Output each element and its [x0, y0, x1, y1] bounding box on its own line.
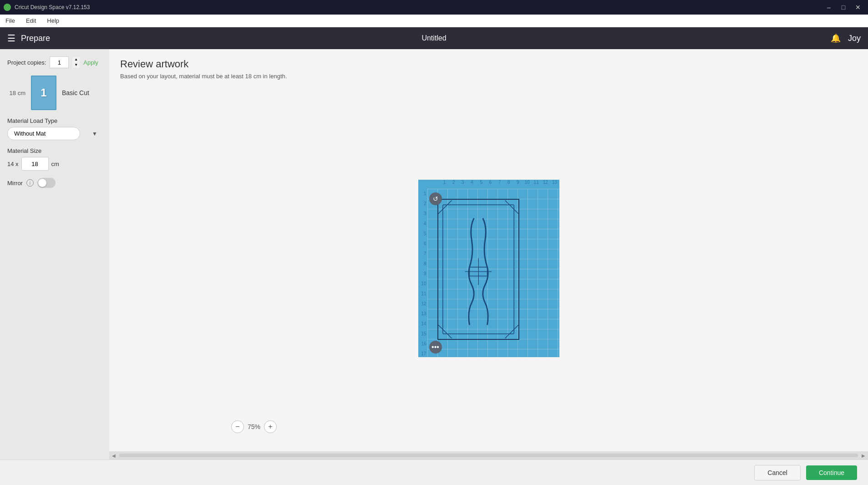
close-button[interactable]: ✕	[852, 3, 864, 12]
title-bar: Cricut Design Space v7.12.153 – □ ✕	[0, 0, 868, 15]
material-cut-label: Basic Cut	[62, 89, 89, 96]
grid-num-7: 7	[495, 180, 504, 189]
grid-num-10: 10	[523, 180, 532, 189]
cut-area-border	[437, 199, 519, 340]
copies-input-wrap	[50, 56, 69, 68]
minimize-button[interactable]: –	[822, 3, 835, 12]
grid-num-9: 9	[513, 180, 523, 189]
cancel-button[interactable]: Cancel	[754, 465, 801, 480]
app-logo	[4, 4, 11, 11]
material-thumbnail[interactable]: 1	[31, 76, 56, 110]
copies-decrement[interactable]: ▼	[72, 62, 80, 68]
material-load-dropdown-wrap: Without Mat With Mat ▼	[7, 127, 102, 140]
rotate-handle[interactable]: ↺	[429, 192, 442, 205]
zoom-out-button[interactable]: −	[231, 420, 244, 433]
app-title: Cricut Design Space v7.12.153	[15, 4, 819, 10]
grid-num-13: 13	[550, 180, 559, 189]
header-prepare-label: Prepare	[21, 34, 50, 43]
canvas-area: 1 2 3 4 5 6 7 8 9 10 11 12 13	[109, 85, 868, 451]
dropdown-chevron-icon: ▼	[92, 131, 97, 137]
grid-num-8: 8	[504, 180, 513, 189]
grid-num-1: 1	[440, 180, 449, 189]
bottom-bar: Cancel Continue	[0, 460, 868, 485]
left-panel: Project copies: ▲ ▼ Apply 18 cm 1 Basic …	[0, 49, 109, 460]
size-height-input[interactable]	[21, 157, 49, 171]
svg-line-3	[505, 325, 518, 338]
continue-button[interactable]: Continue	[806, 465, 857, 480]
project-copies-row: Project copies: ▲ ▼ Apply	[7, 56, 102, 68]
review-subtitle: Based on your layout, material must be a…	[120, 73, 857, 80]
svg-line-1	[505, 200, 518, 213]
grid-num-6: 6	[486, 180, 495, 189]
toggle-knob	[38, 179, 46, 187]
grid-numbers-top: 1 2 3 4 5 6 7 8 9 10 11 12 13	[429, 180, 559, 189]
menu-file[interactable]: File	[4, 16, 17, 25]
mirror-label: Mirror	[7, 180, 23, 187]
mirror-row: Mirror i	[7, 178, 102, 188]
material-size-row: 14 x cm	[7, 157, 102, 171]
bell-icon[interactable]: 🔔	[831, 33, 841, 43]
scroll-right-arrow[interactable]: ▶	[860, 453, 867, 458]
grid-canvas: 1 2 3 4 5 6 7 8 9 10 11 12 13	[418, 180, 559, 357]
maximize-button[interactable]: □	[837, 3, 850, 12]
scroll-track[interactable]	[119, 454, 858, 457]
material-number: 1	[41, 86, 46, 99]
copies-increment[interactable]: ▲	[72, 57, 80, 62]
grid-num-4: 4	[467, 180, 477, 189]
more-options-handle[interactable]: •••	[429, 341, 442, 354]
right-content: Review artwork Based on your layout, mat…	[109, 49, 868, 460]
hamburger-icon[interactable]: ☰	[7, 33, 15, 44]
size-cm-label: cm	[51, 161, 59, 167]
header-title: Untitled	[421, 34, 446, 42]
grid-num-12: 12	[541, 180, 550, 189]
size-width-label: 14 x	[7, 161, 19, 167]
grid-num-3: 3	[458, 180, 467, 189]
grid-num-5: 5	[477, 180, 486, 189]
menu-help[interactable]: Help	[45, 16, 61, 25]
horizontal-scrollbar[interactable]: ◀ ▶	[109, 451, 868, 460]
grid-inner: 1 2 3 4 5 6 7 8 9 10 11 12 13 14	[427, 189, 559, 357]
main-content: Project copies: ▲ ▼ Apply 18 cm 1 Basic …	[0, 49, 868, 460]
menu-edit[interactable]: Edit	[24, 16, 38, 25]
material-item: 18 cm 1 Basic Cut	[7, 76, 102, 110]
grid-num-2: 2	[449, 180, 458, 189]
zoom-controls: − 75% +	[231, 420, 277, 433]
window-controls: – □ ✕	[822, 3, 864, 12]
material-load-select[interactable]: Without Mat With Mat	[7, 127, 80, 140]
copies-input[interactable]	[50, 57, 68, 68]
grid-num-11: 11	[532, 180, 541, 189]
material-load-section: Material Load Type Without Mat With Mat …	[7, 117, 102, 140]
review-header: Review artwork Based on your layout, mat…	[109, 49, 868, 85]
project-copies-label: Project copies:	[7, 59, 46, 66]
mirror-toggle[interactable]	[37, 178, 56, 188]
mirror-info-icon[interactable]: i	[26, 179, 34, 187]
svg-line-2	[438, 325, 452, 338]
material-size-section-label: Material Size	[7, 147, 102, 154]
copies-arrows: ▲ ▼	[72, 57, 80, 68]
apply-button[interactable]: Apply	[83, 59, 98, 66]
scroll-left-arrow[interactable]: ◀	[110, 453, 117, 458]
material-size-section: Material Size 14 x cm	[7, 147, 102, 171]
zoom-level-label: 75%	[248, 423, 260, 430]
grid-left-numbers: 1 2 3 4 5 6 7 8 9 10 11 12 13 14	[418, 189, 427, 359]
menu-bar: File Edit Help	[0, 15, 868, 27]
user-name[interactable]: Joy	[848, 34, 861, 43]
material-size-label: 18 cm	[7, 90, 25, 96]
design-svg	[438, 200, 518, 339]
material-load-label: Material Load Type	[7, 117, 102, 124]
header-right: 🔔 Joy	[831, 33, 861, 43]
app-header: ☰ Prepare Untitled 🔔 Joy	[0, 27, 868, 49]
review-title: Review artwork	[120, 58, 857, 70]
zoom-in-button[interactable]: +	[264, 420, 277, 433]
